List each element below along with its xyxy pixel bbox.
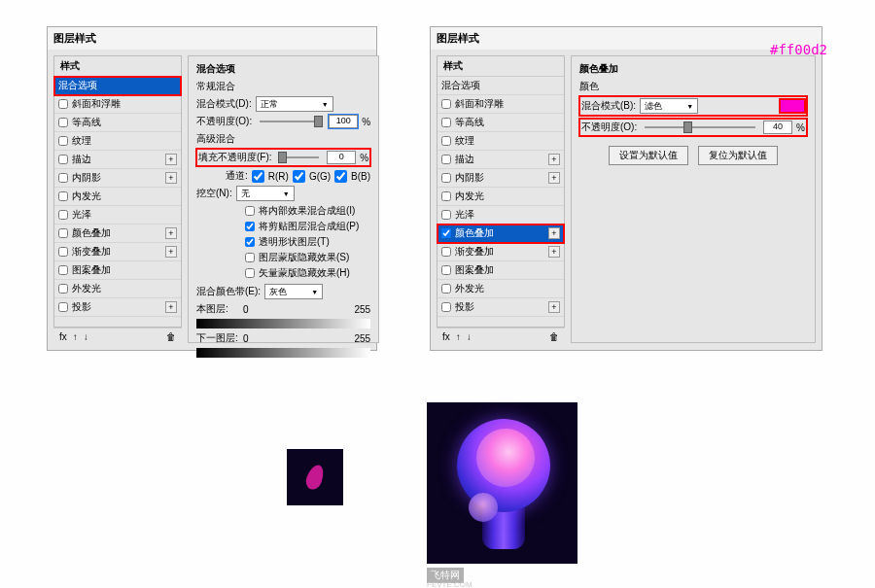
- plus-icon[interactable]: +: [548, 172, 560, 184]
- style-checkbox[interactable]: [441, 191, 451, 201]
- style-label: 渐变叠加: [72, 245, 111, 259]
- styles-list-panel: 样式 混合选项斜面和浮雕等高线纹理描边+内阴影+内发光光泽颜色叠加+渐变叠加+图…: [53, 55, 182, 328]
- style-checkbox[interactable]: [441, 99, 451, 109]
- style-checkbox[interactable]: [58, 284, 68, 294]
- plus-icon[interactable]: +: [165, 172, 177, 184]
- style-checkbox[interactable]: [441, 247, 451, 257]
- plus-icon[interactable]: +: [165, 154, 177, 165]
- style-checkbox[interactable]: [441, 284, 451, 294]
- plus-icon[interactable]: +: [548, 246, 560, 258]
- arrow-down-icon[interactable]: ↓: [467, 331, 472, 342]
- style-row[interactable]: 图案叠加: [438, 261, 564, 280]
- plus-icon[interactable]: +: [165, 227, 177, 239]
- style-row[interactable]: 外发光: [438, 280, 564, 298]
- color-swatch[interactable]: [780, 99, 805, 113]
- style-row[interactable]: 颜色叠加+: [54, 225, 181, 243]
- style-checkbox[interactable]: [441, 302, 451, 312]
- opacity-slider[interactable]: [260, 121, 321, 122]
- style-row[interactable]: 渐变叠加+: [438, 243, 564, 261]
- adv-check-5[interactable]: [245, 268, 255, 278]
- opacity-label: 不透明度(O):: [581, 121, 637, 134]
- style-row[interactable]: 混合选项: [54, 77, 181, 95]
- style-label: 图案叠加: [72, 263, 111, 277]
- style-row[interactable]: 描边+: [54, 151, 181, 169]
- style-checkbox[interactable]: [58, 155, 68, 164]
- style-checkbox[interactable]: [58, 118, 68, 127]
- style-row[interactable]: 投影+: [438, 298, 564, 317]
- adv-check-2[interactable]: [245, 222, 255, 231]
- adv-check-1[interactable]: [245, 206, 255, 216]
- trash-icon[interactable]: 🗑: [549, 331, 559, 342]
- style-checkbox[interactable]: [58, 136, 68, 146]
- style-checkbox[interactable]: [441, 155, 451, 164]
- style-row[interactable]: 内阴影+: [54, 169, 181, 188]
- trash-icon[interactable]: 🗑: [166, 331, 176, 342]
- style-checkbox[interactable]: [441, 136, 451, 146]
- style-row[interactable]: 内阴影+: [438, 169, 564, 188]
- style-checkbox[interactable]: [441, 210, 451, 220]
- opacity-slider[interactable]: [645, 126, 755, 128]
- style-row[interactable]: 外发光: [54, 280, 181, 298]
- arrow-up-icon[interactable]: ↑: [456, 331, 461, 342]
- knockout-dropdown[interactable]: 无▼: [236, 186, 295, 201]
- style-label: 混合选项: [441, 79, 480, 92]
- style-row[interactable]: 等高线: [438, 114, 564, 132]
- blend-mode-dropdown[interactable]: 滤色▼: [640, 98, 698, 114]
- style-row[interactable]: 投影+: [54, 298, 181, 317]
- channel-g-checkbox[interactable]: [293, 170, 305, 183]
- plus-icon[interactable]: +: [548, 154, 560, 165]
- blend-if-row: 混合颜色带(E): 灰色▼: [196, 284, 370, 299]
- style-row[interactable]: 内发光: [438, 188, 564, 206]
- opacity-input[interactable]: 40: [763, 121, 792, 134]
- style-checkbox[interactable]: [58, 265, 68, 275]
- reset-default-button[interactable]: 复位为默认值: [698, 146, 778, 165]
- fill-opacity-input[interactable]: 0: [327, 151, 356, 164]
- adv-check-3[interactable]: [245, 237, 255, 247]
- style-checkbox[interactable]: [441, 228, 451, 238]
- style-row[interactable]: 斜面和浮雕: [438, 95, 564, 114]
- style-checkbox[interactable]: [58, 247, 68, 257]
- advanced-blend-title: 高级混合: [196, 132, 370, 146]
- style-checkbox[interactable]: [58, 173, 68, 183]
- style-row[interactable]: 颜色叠加+: [438, 225, 564, 243]
- opacity-input[interactable]: 100: [329, 115, 358, 128]
- style-checkbox[interactable]: [441, 118, 451, 127]
- under-layer-gradient[interactable]: [196, 348, 370, 358]
- style-row[interactable]: 等高线: [54, 114, 181, 132]
- make-default-button[interactable]: 设置为默认值: [609, 146, 688, 165]
- fill-opacity-slider[interactable]: [280, 156, 320, 158]
- channel-r-checkbox[interactable]: [252, 170, 264, 183]
- style-row[interactable]: 混合选项: [438, 77, 564, 95]
- blend-mode-dropdown[interactable]: 正常▼: [256, 96, 333, 112]
- style-checkbox[interactable]: [58, 210, 68, 220]
- style-row[interactable]: 光泽: [438, 206, 564, 225]
- style-row[interactable]: 纹理: [54, 132, 181, 151]
- style-row[interactable]: 纹理: [438, 132, 564, 151]
- layer-style-dialog-right: 图层样式 样式 混合选项斜面和浮雕等高线纹理描边+内阴影+内发光光泽颜色叠加+渐…: [430, 26, 822, 351]
- arrow-up-icon[interactable]: ↑: [73, 331, 78, 342]
- plus-icon[interactable]: +: [548, 301, 560, 313]
- style-row[interactable]: 渐变叠加+: [54, 243, 181, 261]
- style-checkbox[interactable]: [58, 191, 68, 201]
- channel-b-checkbox[interactable]: [334, 170, 347, 183]
- fx-label[interactable]: fx: [442, 331, 450, 342]
- style-checkbox[interactable]: [58, 228, 68, 238]
- knockout-row: 挖空(N): 无▼: [196, 186, 370, 201]
- style-checkbox[interactable]: [441, 265, 451, 275]
- style-row[interactable]: 光泽: [54, 206, 181, 225]
- style-row[interactable]: 斜面和浮雕: [54, 95, 181, 114]
- adv-check-4[interactable]: [245, 253, 255, 262]
- this-layer-gradient[interactable]: [196, 319, 370, 329]
- style-checkbox[interactable]: [441, 173, 451, 183]
- plus-icon[interactable]: +: [548, 227, 560, 239]
- plus-icon[interactable]: +: [165, 246, 177, 258]
- style-row[interactable]: 内发光: [54, 188, 181, 206]
- style-checkbox[interactable]: [58, 99, 68, 109]
- fx-label[interactable]: fx: [59, 331, 67, 342]
- arrow-down-icon[interactable]: ↓: [84, 331, 88, 342]
- style-checkbox[interactable]: [58, 302, 68, 312]
- plus-icon[interactable]: +: [165, 301, 177, 313]
- style-row[interactable]: 图案叠加: [54, 261, 181, 280]
- blend-if-dropdown[interactable]: 灰色▼: [264, 284, 323, 299]
- style-row[interactable]: 描边+: [438, 151, 564, 169]
